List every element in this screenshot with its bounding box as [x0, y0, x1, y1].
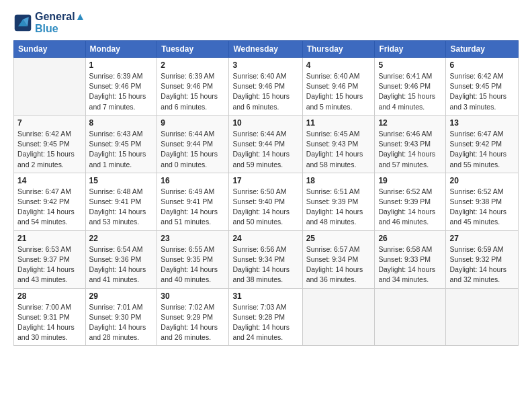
- day-info: Sunrise: 6:53 AMSunset: 9:37 PMDaylight:…: [17, 244, 82, 285]
- calendar-day-cell: 12Sunrise: 6:46 AMSunset: 9:43 PMDayligh…: [375, 115, 446, 173]
- day-number: 28: [17, 291, 82, 301]
- weekday-header: Tuesday: [157, 41, 229, 58]
- day-number: 3: [232, 60, 298, 70]
- day-number: 14: [17, 176, 82, 185]
- day-info: Sunrise: 6:48 AMSunset: 9:41 PMDaylight:…: [89, 187, 154, 228]
- day-info: Sunrise: 6:41 AMSunset: 9:46 PMDaylight:…: [378, 71, 442, 112]
- calendar-day-cell: 9Sunrise: 6:44 AMSunset: 9:44 PMDaylight…: [157, 115, 229, 173]
- day-number: 25: [306, 234, 371, 243]
- day-info: Sunrise: 6:50 AMSunset: 9:40 PMDaylight:…: [232, 187, 298, 228]
- calendar-week-row: 21Sunrise: 6:53 AMSunset: 9:37 PMDayligh…: [14, 230, 519, 288]
- calendar-day-cell: 4Sunrise: 6:40 AMSunset: 9:46 PMDaylight…: [302, 58, 375, 116]
- day-number: 8: [89, 118, 154, 128]
- day-number: 26: [378, 234, 442, 243]
- calendar-day-cell: 23Sunrise: 6:55 AMSunset: 9:35 PMDayligh…: [157, 230, 229, 288]
- day-info: Sunrise: 6:51 AMSunset: 9:39 PMDaylight:…: [306, 187, 371, 228]
- calendar-day-cell: 15Sunrise: 6:48 AMSunset: 9:41 PMDayligh…: [85, 173, 157, 230]
- day-number: 11: [306, 118, 371, 128]
- page-header: General▲ Blue: [13, 11, 519, 35]
- weekday-header: Monday: [85, 41, 157, 58]
- day-number: 6: [449, 60, 515, 70]
- day-number: 5: [378, 60, 442, 70]
- day-number: 27: [449, 234, 515, 243]
- day-info: Sunrise: 6:52 AMSunset: 9:39 PMDaylight:…: [378, 187, 442, 228]
- calendar-day-cell: 22Sunrise: 6:54 AMSunset: 9:36 PMDayligh…: [85, 230, 157, 288]
- calendar-day-cell: 7Sunrise: 6:42 AMSunset: 9:45 PMDaylight…: [14, 115, 86, 173]
- day-number: 29: [89, 291, 154, 301]
- calendar-day-cell: 30Sunrise: 7:02 AMSunset: 9:29 PMDayligh…: [157, 288, 229, 346]
- day-info: Sunrise: 6:39 AMSunset: 9:46 PMDaylight:…: [89, 71, 154, 112]
- logo-icon: [13, 13, 32, 32]
- logo: General▲ Blue: [13, 11, 85, 35]
- day-info: Sunrise: 6:42 AMSunset: 9:45 PMDaylight:…: [17, 129, 82, 170]
- day-info: Sunrise: 6:46 AMSunset: 9:43 PMDaylight:…: [378, 129, 442, 170]
- calendar-day-cell: 1Sunrise: 6:39 AMSunset: 9:46 PMDaylight…: [85, 58, 157, 116]
- day-info: Sunrise: 7:03 AMSunset: 9:28 PMDaylight:…: [232, 302, 298, 343]
- day-number: 24: [232, 234, 298, 243]
- day-number: 13: [449, 118, 515, 128]
- calendar-day-cell: [375, 288, 446, 346]
- calendar-table: SundayMondayTuesdayWednesdayThursdayFrid…: [13, 40, 519, 346]
- calendar-day-cell: 18Sunrise: 6:51 AMSunset: 9:39 PMDayligh…: [302, 173, 375, 230]
- weekday-header: Wednesday: [229, 41, 302, 58]
- day-info: Sunrise: 6:43 AMSunset: 9:45 PMDaylight:…: [89, 129, 154, 170]
- day-info: Sunrise: 6:49 AMSunset: 9:41 PMDaylight:…: [161, 187, 225, 228]
- calendar-day-cell: 11Sunrise: 6:45 AMSunset: 9:43 PMDayligh…: [302, 115, 375, 173]
- day-info: Sunrise: 6:55 AMSunset: 9:35 PMDaylight:…: [161, 244, 225, 285]
- day-info: Sunrise: 6:42 AMSunset: 9:45 PMDaylight:…: [449, 71, 515, 112]
- calendar-day-cell: 31Sunrise: 7:03 AMSunset: 9:28 PMDayligh…: [229, 288, 302, 346]
- day-number: 31: [232, 291, 298, 301]
- calendar-day-cell: 17Sunrise: 6:50 AMSunset: 9:40 PMDayligh…: [229, 173, 302, 230]
- calendar-day-cell: 25Sunrise: 6:57 AMSunset: 9:34 PMDayligh…: [302, 230, 375, 288]
- day-number: 10: [232, 118, 298, 128]
- weekday-header: Thursday: [302, 41, 375, 58]
- calendar-day-cell: 27Sunrise: 6:59 AMSunset: 9:32 PMDayligh…: [446, 230, 519, 288]
- calendar-day-cell: 6Sunrise: 6:42 AMSunset: 9:45 PMDaylight…: [446, 58, 519, 116]
- day-number: 4: [306, 60, 371, 70]
- day-info: Sunrise: 6:44 AMSunset: 9:44 PMDaylight:…: [161, 129, 225, 170]
- day-info: Sunrise: 7:00 AMSunset: 9:31 PMDaylight:…: [17, 302, 82, 343]
- calendar-day-cell: 26Sunrise: 6:58 AMSunset: 9:33 PMDayligh…: [375, 230, 446, 288]
- weekday-header-row: SundayMondayTuesdayWednesdayThursdayFrid…: [14, 41, 519, 58]
- day-number: 9: [161, 118, 225, 128]
- calendar-day-cell: [14, 58, 86, 116]
- weekday-header: Sunday: [14, 41, 86, 58]
- day-info: Sunrise: 6:58 AMSunset: 9:33 PMDaylight:…: [378, 244, 442, 285]
- day-info: Sunrise: 6:47 AMSunset: 9:42 PMDaylight:…: [449, 129, 515, 170]
- day-number: 18: [306, 176, 371, 185]
- calendar-day-cell: 8Sunrise: 6:43 AMSunset: 9:45 PMDaylight…: [85, 115, 157, 173]
- day-info: Sunrise: 6:40 AMSunset: 9:46 PMDaylight:…: [232, 71, 298, 112]
- day-number: 2: [161, 60, 225, 70]
- calendar-day-cell: [302, 288, 375, 346]
- day-number: 21: [17, 234, 82, 243]
- calendar-week-row: 7Sunrise: 6:42 AMSunset: 9:45 PMDaylight…: [14, 115, 519, 173]
- day-info: Sunrise: 6:39 AMSunset: 9:46 PMDaylight:…: [161, 71, 225, 112]
- day-info: Sunrise: 6:52 AMSunset: 9:38 PMDaylight:…: [449, 187, 515, 228]
- day-info: Sunrise: 7:01 AMSunset: 9:30 PMDaylight:…: [89, 302, 154, 343]
- calendar-day-cell: 21Sunrise: 6:53 AMSunset: 9:37 PMDayligh…: [14, 230, 86, 288]
- day-info: Sunrise: 6:54 AMSunset: 9:36 PMDaylight:…: [89, 244, 154, 285]
- calendar-day-cell: 3Sunrise: 6:40 AMSunset: 9:46 PMDaylight…: [229, 58, 302, 116]
- calendar-day-cell: 13Sunrise: 6:47 AMSunset: 9:42 PMDayligh…: [446, 115, 519, 173]
- day-info: Sunrise: 6:47 AMSunset: 9:42 PMDaylight:…: [17, 187, 82, 228]
- day-number: 12: [378, 118, 442, 128]
- weekday-header: Saturday: [446, 41, 519, 58]
- calendar-day-cell: 29Sunrise: 7:01 AMSunset: 9:30 PMDayligh…: [85, 288, 157, 346]
- calendar-day-cell: [446, 288, 519, 346]
- calendar-day-cell: 19Sunrise: 6:52 AMSunset: 9:39 PMDayligh…: [375, 173, 446, 230]
- day-number: 20: [449, 176, 515, 185]
- day-number: 19: [378, 176, 442, 185]
- calendar-day-cell: 14Sunrise: 6:47 AMSunset: 9:42 PMDayligh…: [14, 173, 86, 230]
- calendar-week-row: 28Sunrise: 7:00 AMSunset: 9:31 PMDayligh…: [14, 288, 519, 346]
- day-number: 17: [232, 176, 298, 185]
- day-info: Sunrise: 6:40 AMSunset: 9:46 PMDaylight:…: [306, 71, 371, 112]
- day-number: 23: [161, 234, 225, 243]
- calendar-day-cell: 24Sunrise: 6:56 AMSunset: 9:34 PMDayligh…: [229, 230, 302, 288]
- weekday-header: Friday: [375, 41, 446, 58]
- calendar-day-cell: 16Sunrise: 6:49 AMSunset: 9:41 PMDayligh…: [157, 173, 229, 230]
- day-info: Sunrise: 6:44 AMSunset: 9:44 PMDaylight:…: [232, 129, 298, 170]
- calendar-day-cell: 5Sunrise: 6:41 AMSunset: 9:46 PMDaylight…: [375, 58, 446, 116]
- day-info: Sunrise: 6:59 AMSunset: 9:32 PMDaylight:…: [449, 244, 515, 285]
- calendar-day-cell: 28Sunrise: 7:00 AMSunset: 9:31 PMDayligh…: [14, 288, 86, 346]
- calendar-day-cell: 20Sunrise: 6:52 AMSunset: 9:38 PMDayligh…: [446, 173, 519, 230]
